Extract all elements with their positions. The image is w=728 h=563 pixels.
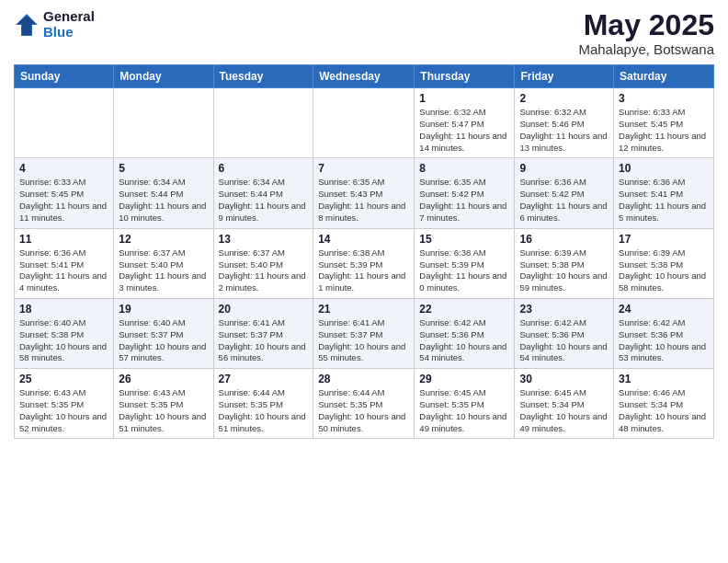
- calendar-week-row: 11Sunrise: 6:36 AM Sunset: 5:41 PM Dayli…: [15, 228, 714, 298]
- logo-text: General Blue: [43, 9, 95, 40]
- day-number: 18: [19, 303, 108, 316]
- day-number: 5: [119, 162, 208, 175]
- day-number: 30: [519, 373, 609, 385]
- day-info: Sunrise: 6:46 AM Sunset: 5:34 PM Dayligh…: [619, 387, 709, 434]
- day-info: Sunrise: 6:35 AM Sunset: 5:42 PM Dayligh…: [419, 177, 509, 224]
- day-number: 6: [219, 162, 309, 175]
- col-wednesday: Wednesday: [313, 65, 415, 88]
- logo-blue-text: Blue: [43, 25, 95, 40]
- day-info: Sunrise: 6:42 AM Sunset: 5:36 PM Dayligh…: [519, 317, 609, 364]
- header: General Blue May 2025 Mahalapye, Botswan…: [14, 9, 714, 57]
- table-row: 24Sunrise: 6:42 AM Sunset: 5:36 PM Dayli…: [614, 298, 714, 368]
- day-info: Sunrise: 6:40 AM Sunset: 5:37 PM Dayligh…: [119, 317, 208, 364]
- table-row: 9Sunrise: 6:36 AM Sunset: 5:42 PM Daylig…: [515, 158, 614, 228]
- table-row: 17Sunrise: 6:39 AM Sunset: 5:38 PM Dayli…: [614, 228, 714, 298]
- day-info: Sunrise: 6:45 AM Sunset: 5:35 PM Dayligh…: [419, 387, 509, 434]
- table-row: 22Sunrise: 6:42 AM Sunset: 5:36 PM Dayli…: [415, 298, 515, 368]
- table-row: [313, 88, 415, 158]
- day-info: Sunrise: 6:33 AM Sunset: 5:45 PM Dayligh…: [619, 107, 709, 154]
- day-info: Sunrise: 6:36 AM Sunset: 5:42 PM Dayligh…: [519, 177, 609, 224]
- table-row: 25Sunrise: 6:43 AM Sunset: 5:35 PM Dayli…: [15, 369, 114, 439]
- day-number: 27: [219, 373, 309, 385]
- day-number: 20: [219, 303, 309, 316]
- page: General Blue May 2025 Mahalapye, Botswan…: [0, 0, 728, 563]
- calendar-table: Sunday Monday Tuesday Wednesday Thursday…: [14, 64, 714, 439]
- table-row: [213, 88, 313, 158]
- day-info: Sunrise: 6:35 AM Sunset: 5:43 PM Dayligh…: [318, 177, 409, 224]
- day-info: Sunrise: 6:43 AM Sunset: 5:35 PM Dayligh…: [19, 387, 108, 434]
- day-number: 31: [619, 373, 709, 385]
- day-info: Sunrise: 6:43 AM Sunset: 5:35 PM Dayligh…: [119, 387, 208, 434]
- calendar-week-row: 4Sunrise: 6:33 AM Sunset: 5:45 PM Daylig…: [15, 158, 714, 228]
- table-row: 2Sunrise: 6:32 AM Sunset: 5:46 PM Daylig…: [515, 88, 614, 158]
- logo-icon: [14, 12, 40, 38]
- table-row: 14Sunrise: 6:38 AM Sunset: 5:39 PM Dayli…: [313, 228, 415, 298]
- day-number: 16: [519, 233, 609, 246]
- day-info: Sunrise: 6:42 AM Sunset: 5:36 PM Dayligh…: [619, 317, 709, 364]
- table-row: 6Sunrise: 6:34 AM Sunset: 5:44 PM Daylig…: [213, 158, 313, 228]
- col-monday: Monday: [114, 65, 213, 88]
- day-number: 22: [419, 303, 509, 316]
- col-friday: Friday: [515, 65, 614, 88]
- day-info: Sunrise: 6:39 AM Sunset: 5:38 PM Dayligh…: [619, 247, 709, 294]
- day-info: Sunrise: 6:34 AM Sunset: 5:44 PM Dayligh…: [219, 177, 309, 224]
- table-row: 21Sunrise: 6:41 AM Sunset: 5:37 PM Dayli…: [313, 298, 415, 368]
- day-number: 23: [519, 303, 609, 316]
- calendar-week-row: 1Sunrise: 6:32 AM Sunset: 5:47 PM Daylig…: [15, 88, 714, 158]
- table-row: [15, 88, 114, 158]
- logo: General Blue: [14, 9, 95, 40]
- day-number: 8: [419, 162, 509, 175]
- table-row: 26Sunrise: 6:43 AM Sunset: 5:35 PM Dayli…: [114, 369, 213, 439]
- table-row: 10Sunrise: 6:36 AM Sunset: 5:41 PM Dayli…: [614, 158, 714, 228]
- day-info: Sunrise: 6:44 AM Sunset: 5:35 PM Dayligh…: [219, 387, 309, 434]
- title-block: May 2025 Mahalapye, Botswana: [578, 9, 714, 57]
- day-number: 19: [119, 303, 208, 316]
- day-number: 24: [619, 303, 709, 316]
- day-info: Sunrise: 6:34 AM Sunset: 5:44 PM Dayligh…: [119, 177, 208, 224]
- day-number: 13: [219, 233, 309, 246]
- day-number: 2: [519, 92, 609, 105]
- day-info: Sunrise: 6:42 AM Sunset: 5:36 PM Dayligh…: [419, 317, 509, 364]
- table-row: 19Sunrise: 6:40 AM Sunset: 5:37 PM Dayli…: [114, 298, 213, 368]
- table-row: 16Sunrise: 6:39 AM Sunset: 5:38 PM Dayli…: [515, 228, 614, 298]
- day-number: 28: [318, 373, 409, 385]
- day-number: 11: [19, 233, 108, 246]
- table-row: 12Sunrise: 6:37 AM Sunset: 5:40 PM Dayli…: [114, 228, 213, 298]
- calendar-subtitle: Mahalapye, Botswana: [578, 41, 714, 57]
- table-row: 23Sunrise: 6:42 AM Sunset: 5:36 PM Dayli…: [515, 298, 614, 368]
- table-row: 4Sunrise: 6:33 AM Sunset: 5:45 PM Daylig…: [15, 158, 114, 228]
- table-row: [114, 88, 213, 158]
- day-number: 29: [419, 373, 509, 385]
- svg-marker-1: [17, 16, 36, 35]
- day-number: 7: [318, 162, 409, 175]
- table-row: 8Sunrise: 6:35 AM Sunset: 5:42 PM Daylig…: [415, 158, 515, 228]
- day-info: Sunrise: 6:38 AM Sunset: 5:39 PM Dayligh…: [318, 247, 409, 294]
- day-info: Sunrise: 6:39 AM Sunset: 5:38 PM Dayligh…: [519, 247, 609, 294]
- day-number: 14: [318, 233, 409, 246]
- day-number: 21: [318, 303, 409, 316]
- day-number: 3: [619, 92, 709, 105]
- day-info: Sunrise: 6:41 AM Sunset: 5:37 PM Dayligh…: [318, 317, 409, 364]
- day-info: Sunrise: 6:36 AM Sunset: 5:41 PM Dayligh…: [619, 177, 709, 224]
- table-row: 13Sunrise: 6:37 AM Sunset: 5:40 PM Dayli…: [213, 228, 313, 298]
- day-info: Sunrise: 6:32 AM Sunset: 5:46 PM Dayligh…: [519, 107, 609, 154]
- table-row: 11Sunrise: 6:36 AM Sunset: 5:41 PM Dayli…: [15, 228, 114, 298]
- day-info: Sunrise: 6:38 AM Sunset: 5:39 PM Dayligh…: [419, 247, 509, 294]
- table-row: 28Sunrise: 6:44 AM Sunset: 5:35 PM Dayli…: [313, 369, 415, 439]
- day-number: 12: [119, 233, 208, 246]
- day-number: 15: [419, 233, 509, 246]
- day-info: Sunrise: 6:41 AM Sunset: 5:37 PM Dayligh…: [219, 317, 309, 364]
- col-tuesday: Tuesday: [213, 65, 313, 88]
- table-row: 3Sunrise: 6:33 AM Sunset: 5:45 PM Daylig…: [614, 88, 714, 158]
- day-number: 1: [419, 92, 509, 105]
- day-info: Sunrise: 6:37 AM Sunset: 5:40 PM Dayligh…: [119, 247, 208, 294]
- calendar-week-row: 25Sunrise: 6:43 AM Sunset: 5:35 PM Dayli…: [15, 369, 714, 439]
- col-thursday: Thursday: [415, 65, 515, 88]
- day-number: 17: [619, 233, 709, 246]
- table-row: 7Sunrise: 6:35 AM Sunset: 5:43 PM Daylig…: [313, 158, 415, 228]
- table-row: 29Sunrise: 6:45 AM Sunset: 5:35 PM Dayli…: [415, 369, 515, 439]
- day-number: 10: [619, 162, 709, 175]
- day-info: Sunrise: 6:37 AM Sunset: 5:40 PM Dayligh…: [219, 247, 309, 294]
- table-row: 5Sunrise: 6:34 AM Sunset: 5:44 PM Daylig…: [114, 158, 213, 228]
- day-number: 4: [19, 162, 108, 175]
